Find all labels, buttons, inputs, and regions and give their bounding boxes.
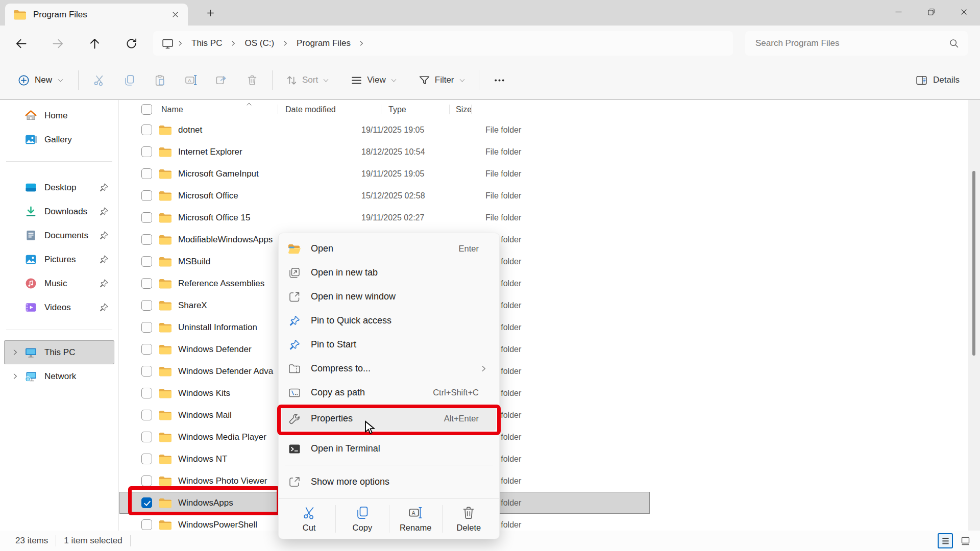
file-name: Windows Photo Viewer — [178, 476, 267, 486]
close-button[interactable] — [947, 0, 980, 23]
column-size[interactable]: Size — [450, 100, 472, 119]
sidebar-item-music[interactable]: Music — [4, 271, 114, 295]
tab-program-files[interactable]: Program Files — [5, 4, 188, 26]
details-view-toggle[interactable] — [938, 533, 953, 548]
row-checkbox[interactable] — [141, 146, 152, 157]
quick-action-copy[interactable]: Copy — [335, 505, 388, 533]
thumbnail-view-toggle[interactable] — [958, 533, 973, 548]
row-checkbox[interactable] — [141, 388, 152, 398]
column-type[interactable]: Type — [381, 100, 450, 119]
row-checkbox[interactable] — [141, 168, 152, 179]
sidebar-item-this-pc[interactable]: This PC — [4, 340, 114, 364]
menu-item-open-in-new-window[interactable]: Open in new window — [282, 285, 496, 309]
close-tab-icon[interactable] — [167, 7, 183, 22]
copy-button[interactable] — [118, 70, 141, 90]
sidebar-item-downloads[interactable]: Downloads — [4, 199, 114, 223]
row-checkbox[interactable] — [141, 124, 152, 135]
minimize-button[interactable] — [882, 0, 915, 23]
file-name: Internet Explorer — [178, 147, 242, 157]
quick-action-cut[interactable]: Cut — [283, 505, 335, 533]
rename-button[interactable]: A — [179, 70, 202, 90]
folder-icon — [159, 256, 172, 267]
select-all-checkbox[interactable] — [141, 104, 152, 115]
more-options-button[interactable] — [488, 70, 511, 90]
share-button[interactable] — [210, 70, 233, 90]
row-checkbox[interactable] — [141, 497, 152, 508]
menu-item-open-in-terminal[interactable]: Open in Terminal — [282, 437, 496, 461]
breadcrumb-item[interactable]: Program Files — [291, 35, 356, 52]
delete-button[interactable] — [240, 70, 263, 90]
vertical-scrollbar[interactable] — [968, 100, 980, 531]
row-checkbox[interactable] — [141, 519, 152, 530]
sidebar-item-videos[interactable]: Videos — [4, 295, 114, 319]
file-row[interactable]: Microsoft Office 15 19/11/2025 02:27 Fil… — [119, 207, 650, 229]
sidebar-item-documents[interactable]: Documents — [4, 223, 114, 247]
row-checkbox[interactable] — [141, 454, 152, 464]
sidebar-item-home[interactable]: Home — [4, 104, 114, 128]
pin-icon — [99, 230, 109, 241]
row-checkbox[interactable] — [141, 410, 152, 420]
menu-item-open[interactable]: Open Enter — [282, 237, 496, 261]
menu-item-copy-as-path[interactable]: Copy as path Ctrl+Shift+C — [282, 381, 496, 405]
file-name: MSBuild — [178, 257, 210, 267]
file-row[interactable]: Microsoft Office 15/12/2025 02:58 File f… — [119, 185, 650, 207]
row-checkbox[interactable] — [141, 212, 152, 223]
sort-dropdown[interactable]: Sort — [281, 70, 334, 91]
scrollbar-thumb[interactable] — [972, 171, 975, 356]
row-checkbox[interactable] — [141, 278, 152, 289]
search-input[interactable] — [754, 38, 948, 49]
file-row[interactable]: Microsoft GameInput 19/11/2025 19:05 Fil… — [119, 163, 650, 185]
menu-item-properties[interactable]: Properties Alt+Enter — [282, 407, 496, 431]
menu-item-pin-to-quick-access[interactable]: Pin to Quick access — [282, 309, 496, 333]
breadcrumb-item[interactable]: This PC — [186, 35, 227, 52]
column-label: Date modified — [285, 105, 336, 114]
search-icon[interactable] — [948, 38, 960, 49]
folder-icon — [159, 168, 172, 180]
menu-item-compress-to[interactable]: Compress to... — [282, 357, 496, 381]
sidebar-item-network[interactable]: Network — [4, 364, 114, 388]
file-row[interactable]: Internet Explorer 18/12/2025 10:54 File … — [119, 141, 650, 163]
menu-item-pin-to-start[interactable]: Pin to Start — [282, 333, 496, 357]
menu-item-show-more-options[interactable]: Show more options — [282, 470, 496, 494]
row-checkbox[interactable] — [141, 432, 152, 442]
back-button[interactable] — [10, 33, 32, 54]
details-pane-button[interactable]: Details — [912, 73, 963, 87]
up-button[interactable] — [84, 33, 105, 54]
refresh-button[interactable] — [120, 33, 142, 54]
new-button[interactable]: New — [12, 70, 69, 91]
menu-item-label: Open — [311, 243, 459, 254]
row-checkbox[interactable] — [141, 256, 152, 267]
row-checkbox[interactable] — [141, 234, 152, 245]
menu-item-open-in-new-tab[interactable]: Open in new tab — [282, 261, 496, 285]
view-dropdown[interactable]: View — [346, 70, 402, 91]
forward-button[interactable] — [47, 33, 68, 54]
filter-dropdown[interactable]: Filter — [414, 70, 470, 91]
row-checkbox[interactable] — [141, 322, 152, 333]
context-menu: Open Enter Open in new tab Open in new w… — [278, 233, 500, 539]
sidebar-item-desktop[interactable]: Desktop — [4, 176, 114, 199]
row-checkbox[interactable] — [141, 366, 152, 377]
chevron-right-icon[interactable] — [8, 348, 21, 357]
maximize-button[interactable] — [915, 0, 947, 23]
quick-action-delete[interactable]: Delete — [442, 505, 495, 533]
chevron-right-icon[interactable] — [358, 40, 365, 47]
sidebar-item-pictures[interactable]: Pictures — [4, 247, 114, 271]
column-name[interactable]: Name — [153, 100, 278, 119]
row-checkbox[interactable] — [141, 475, 152, 486]
quick-action-rename[interactable]: A Rename — [389, 505, 442, 533]
status-divider — [130, 535, 131, 546]
row-checkbox[interactable] — [141, 190, 152, 201]
file-row[interactable]: dotnet 19/11/2025 19:05 File folder — [119, 119, 650, 141]
sidebar-item-gallery[interactable]: Gallery — [4, 128, 114, 152]
copy-blue-icon — [355, 505, 370, 520]
paste-button[interactable] — [149, 70, 172, 90]
column-date-modified[interactable]: Date modified — [278, 100, 381, 119]
sort-ascending-icon[interactable] — [246, 101, 253, 108]
chevron-down-icon — [458, 77, 466, 84]
cut-button[interactable] — [87, 70, 110, 90]
new-tab-button[interactable] — [201, 6, 219, 21]
row-checkbox[interactable] — [141, 344, 152, 355]
chevron-right-icon[interactable] — [8, 372, 21, 381]
breadcrumb-item[interactable]: OS (C:) — [239, 35, 279, 52]
row-checkbox[interactable] — [141, 300, 152, 311]
